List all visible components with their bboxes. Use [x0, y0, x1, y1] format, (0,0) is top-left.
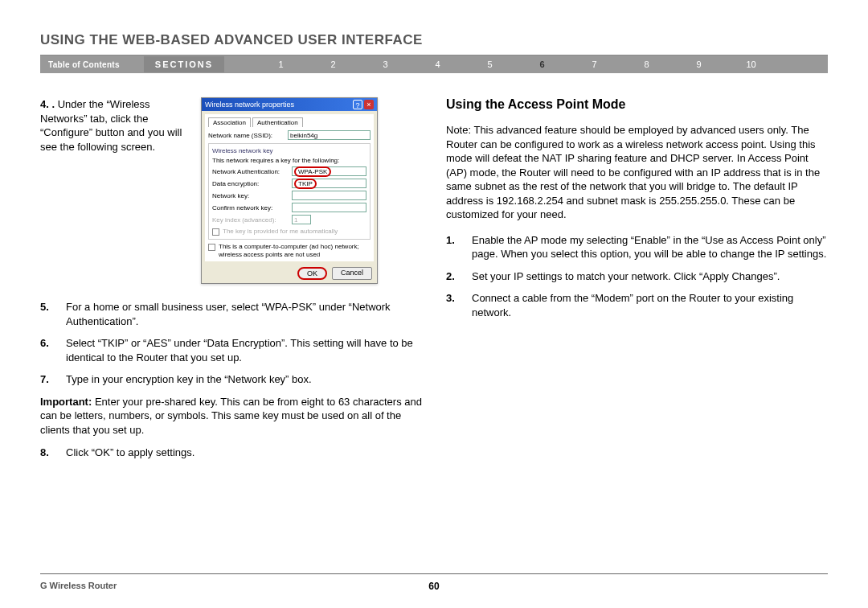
group-title: Wireless network key — [212, 147, 366, 154]
important-note: Important: Enter your pre-shared key. Th… — [40, 395, 422, 438]
confirm-label: Confirm network key: — [212, 204, 289, 212]
section-link-8[interactable]: 8 — [620, 60, 673, 69]
key-input[interactable] — [292, 191, 366, 200]
tab-authentication[interactable]: Authentication — [252, 117, 303, 127]
ok-button[interactable]: OK — [297, 267, 327, 280]
list-item: 1.Enable the AP mode my selecting “Enabl… — [446, 233, 828, 261]
ssid-input[interactable]: belkin54g — [288, 130, 371, 140]
enc-select[interactable]: TKIP — [292, 179, 366, 188]
auto-checkbox — [212, 228, 219, 236]
section-link-2[interactable]: 2 — [307, 60, 359, 69]
list-item: 3.Connect a cable from the “Modem” port … — [446, 291, 828, 319]
section-link-9[interactable]: 9 — [673, 60, 725, 69]
key-label: Network key: — [212, 192, 289, 199]
wireless-properties-dialog: Wireless network properties ? × Associat… — [201, 97, 378, 284]
list-item: 7.Type in your encryption key in the “Ne… — [40, 372, 422, 387]
section-link-1[interactable]: 1 — [255, 60, 307, 69]
close-icon[interactable]: × — [364, 100, 374, 109]
section-link-5[interactable]: 5 — [464, 60, 516, 69]
sections-label: SECTIONS — [144, 56, 224, 72]
section-link-7[interactable]: 7 — [568, 60, 620, 69]
section-numbers: 12345678910 — [255, 60, 777, 69]
section-link-10[interactable]: 10 — [725, 60, 777, 69]
index-label: Key index (advanced): — [212, 216, 289, 224]
toc-link[interactable]: Table of Contents — [48, 60, 120, 69]
list-item: 8. Click “OK” to apply settings. — [40, 446, 422, 460]
list-item: 2.Set your IP settings to match your net… — [446, 269, 828, 284]
left-column: 4. . Under the “Wireless Networks” tab, … — [40, 97, 422, 467]
tab-association[interactable]: Association — [208, 117, 251, 127]
auto-label: The key is provided for me automatically — [223, 228, 338, 236]
ssid-label: Network name (SSID): — [208, 132, 285, 139]
page-footer: G Wireless Router 60 — [40, 573, 828, 590]
help-icon[interactable]: ? — [353, 100, 362, 109]
dialog-titlebar: Wireless network properties ? × — [202, 98, 377, 111]
list-item: 5.For a home or small business user, sel… — [40, 300, 422, 328]
enc-label: Data encryption: — [212, 180, 289, 187]
confirm-input[interactable] — [292, 203, 366, 212]
section-link-3[interactable]: 3 — [359, 60, 411, 69]
page-number: 60 — [428, 581, 439, 592]
index-input: 1 — [292, 215, 311, 224]
step-4-text: 4. . Under the “Wireless Networks” tab, … — [40, 97, 193, 154]
page-title: USING THE WEB-BASED ADVANCED USER INTERF… — [40, 32, 828, 48]
auth-label: Network Authentication: — [212, 168, 289, 175]
cancel-button[interactable]: Cancel — [332, 267, 372, 280]
list-item: 6.Select “TKIP” or “AES” under “Data Enc… — [40, 336, 422, 364]
product-name: G Wireless Router — [40, 581, 117, 590]
adhoc-checkbox[interactable] — [208, 244, 215, 251]
section-nav: Table of Contents SECTIONS 12345678910 — [40, 55, 828, 73]
req-text: This network requires a key for the foll… — [212, 157, 366, 164]
adhoc-label: This is a computer-to-computer (ad hoc) … — [219, 243, 371, 258]
section-link-6[interactable]: 6 — [516, 60, 568, 69]
section-link-4[interactable]: 4 — [411, 60, 464, 69]
right-column: Using the Access Point Mode Note: This a… — [446, 97, 828, 467]
auth-select[interactable]: WPA-PSK — [292, 166, 366, 176]
note-paragraph: Note: This advanced feature should be em… — [446, 123, 828, 222]
section-heading: Using the Access Point Mode — [446, 97, 828, 112]
